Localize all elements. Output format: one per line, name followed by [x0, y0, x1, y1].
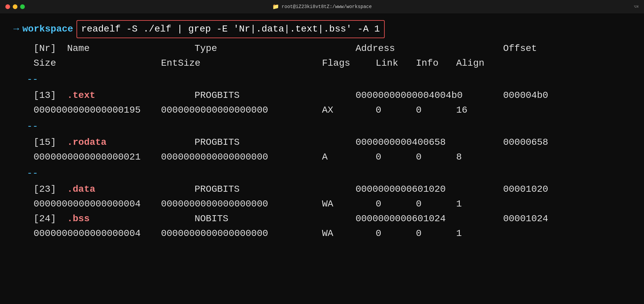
header-name: Name: [67, 42, 195, 56]
section-rodata-align: 8: [456, 150, 462, 164]
section-rodata-info: 0: [416, 150, 456, 164]
section-text-row2: 0000000000000000195 0000000000000000000 …: [34, 103, 631, 117]
section-data-offset: 00001020: [503, 182, 548, 196]
section-text-addr: 00000000000004004b0: [356, 88, 503, 103]
section-data-info: 0: [416, 197, 456, 211]
section-rodata-offset: 00000658: [503, 135, 548, 149]
section-text-align: 16: [456, 103, 468, 117]
section-text-entsize: 0000000000000000000: [161, 103, 322, 117]
section-data-nr: [23]: [34, 182, 67, 196]
window-title: 📁 root@iZ23ki8vt8tZ:/www/workspace: [272, 3, 372, 10]
header-flags: Flags: [322, 56, 376, 70]
section-data-row1: [23] .data PROGBITS 0000000000601020 000…: [34, 182, 631, 196]
section-bss-type: NOBITS: [195, 212, 356, 226]
prompt-arrow: →: [13, 22, 19, 36]
section-data-type: PROGBITS: [195, 182, 356, 196]
section-rodata-link: 0: [376, 150, 416, 164]
header-type: Type: [195, 42, 356, 56]
folder-icon: 📁: [272, 3, 279, 10]
header-entsize: EntSize: [161, 56, 322, 70]
section-rodata-row2: 0000000000000000021 0000000000000000000 …: [34, 150, 631, 164]
section-data-entsize: 0000000000000000000: [161, 197, 322, 211]
section-bss-link: 0: [376, 227, 416, 241]
section-bss-flags: WA: [322, 227, 376, 241]
section-data-row2: 0000000000000000004 0000000000000000000 …: [34, 197, 631, 211]
separator-3: --: [27, 166, 631, 180]
header-offset: Offset: [503, 42, 570, 56]
header-align: Align: [456, 56, 496, 70]
section-text-row1: [13] .text PROGBITS 00000000000004004b0 …: [34, 88, 631, 103]
section-data-link: 0: [376, 197, 416, 211]
section-text-name: .text: [67, 88, 195, 103]
header-nr: [Nr]: [34, 42, 67, 56]
separator-2: --: [27, 119, 631, 133]
section-text-info: 0: [416, 103, 456, 117]
section-rodata-name: .rodata: [67, 135, 195, 149]
header-address: Address: [356, 42, 503, 56]
section-bss-info: 0: [416, 227, 456, 241]
section-bss-size: 0000000000000000004: [34, 227, 161, 241]
section-text-nr: [13]: [34, 88, 67, 103]
section-bss-name: .bss: [67, 212, 195, 226]
section-rodata-type: PROGBITS: [195, 135, 356, 149]
section-data-name: .data: [67, 182, 195, 196]
section-text-link: 0: [376, 103, 416, 117]
section-bss-align: 1: [456, 227, 462, 241]
section-rodata-nr: [15]: [34, 135, 67, 149]
section-bss-addr: 0000000000601024: [356, 212, 503, 226]
prompt-directory: workspace: [22, 22, 73, 36]
traffic-lights: [5, 4, 25, 9]
command-input: readelf -S ./elf | grep -E 'Nr|.data|.te…: [76, 20, 385, 38]
section-data-flags: WA: [322, 197, 376, 211]
section-text-flags: AX: [322, 103, 376, 117]
title-bar: 📁 root@iZ23ki8vt8tZ:/www/workspace ⌥⌘: [0, 0, 644, 13]
maximize-button[interactable]: [20, 4, 25, 9]
header-size: Size: [34, 56, 161, 70]
section-text-type: PROGBITS: [195, 88, 356, 103]
header-link: Link: [376, 56, 416, 70]
section-bss-entsize: 0000000000000000000: [161, 227, 322, 241]
minimize-button[interactable]: [13, 4, 17, 9]
section-bss-row1: [24] .bss NOBITS 0000000000601024 000010…: [34, 212, 631, 226]
table-header-row2: Size EntSize Flags Link Info Align: [34, 56, 631, 70]
prompt-line: → workspace readelf -S ./elf | grep -E '…: [13, 20, 631, 38]
terminal-body: → workspace readelf -S ./elf | grep -E '…: [0, 13, 644, 248]
separator-1: --: [27, 72, 631, 86]
section-rodata-size: 0000000000000000021: [34, 150, 161, 164]
section-rodata-addr: 0000000000400658: [356, 135, 503, 149]
section-bss-offset: 00001024: [503, 212, 548, 226]
section-data-size: 0000000000000000004: [34, 197, 161, 211]
header-info: Info: [416, 56, 456, 70]
section-bss-row2: 0000000000000000004 0000000000000000000 …: [34, 227, 631, 241]
section-text-size: 0000000000000000195: [34, 103, 161, 117]
section-text-offset: 000004b0: [503, 88, 548, 103]
section-rodata-entsize: 0000000000000000000: [161, 150, 322, 164]
section-bss-nr: [24]: [34, 212, 67, 226]
table-header-row1: [Nr] Name Type Address Offset: [34, 42, 631, 56]
section-rodata-flags: A: [322, 150, 376, 164]
section-rodata-row1: [15] .rodata PROGBITS 0000000000400658 0…: [34, 135, 631, 149]
close-button[interactable]: [5, 4, 10, 9]
section-data-addr: 0000000000601020: [356, 182, 503, 196]
shortcut-hint: ⌥⌘: [634, 4, 639, 9]
section-data-align: 1: [456, 197, 462, 211]
